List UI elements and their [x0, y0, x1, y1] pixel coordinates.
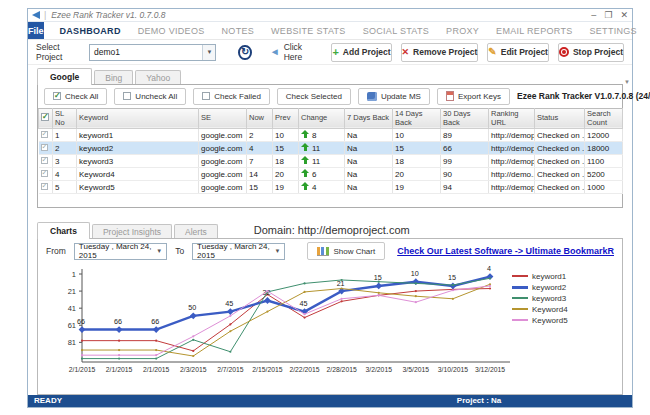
check-selected-button[interactable]: Check Selected: [277, 88, 351, 105]
project-select[interactable]: demo1 ▼: [89, 44, 216, 61]
checkbox-icon[interactable]: [41, 157, 48, 164]
from-date-select[interactable]: Tuesday , March 24, 2015 ▼: [74, 243, 167, 260]
promo-link[interactable]: Check Our Latest Software -> Ultimate Bo…: [397, 246, 614, 256]
to-label: To: [175, 246, 184, 256]
cell-ranking-url: http://demop...: [489, 142, 535, 155]
menu-bar: File DASHBOARDDEMO VIDEOSNOTESWEBSITE ST…: [28, 22, 632, 40]
update-ms-button[interactable]: Update MS: [358, 88, 430, 105]
row-checkbox-cell[interactable]: [39, 142, 53, 155]
export-keys-label: Export Keys: [458, 92, 501, 101]
row-checkbox-cell[interactable]: [39, 155, 53, 168]
app-window: | Ezee Rank Tracker v1. 0.7.0.8 – ❐ ✕ Fi…: [27, 8, 633, 408]
column-header-30-days-back[interactable]: 30 Days Back: [441, 108, 489, 128]
cell-prev: 19: [273, 181, 299, 194]
tab-google[interactable]: Google: [37, 68, 92, 85]
from-label: From: [46, 246, 66, 256]
close-button[interactable]: ✕: [620, 11, 628, 20]
menu-item-notes[interactable]: NOTES: [222, 26, 255, 36]
cell-se: google.com: [199, 142, 247, 155]
column-header-keyword[interactable]: Keyword: [77, 108, 199, 128]
cell-change: 11: [299, 155, 345, 168]
select-all-header[interactable]: [39, 108, 53, 128]
checkbox-icon[interactable]: [41, 144, 48, 151]
titlebar-divider: |: [44, 10, 46, 20]
svg-text:10: 10: [411, 269, 419, 278]
up-arrow-icon: [301, 143, 310, 152]
tab-project-insights[interactable]: Project Insights: [92, 224, 172, 239]
menu-item-email-reports[interactable]: EMAIL REPORTS: [496, 26, 572, 36]
column-header-se[interactable]: SE: [199, 108, 247, 128]
legend-label: keyword3: [532, 294, 566, 303]
menu-item-website-stats[interactable]: WEBSITE STATS: [271, 26, 346, 36]
show-chart-button[interactable]: Show Chart: [307, 242, 385, 260]
column-header-status[interactable]: Status: [535, 108, 585, 128]
up-arrow-icon: [301, 156, 310, 165]
cell-sl-no: 2: [53, 142, 77, 155]
cell-se: google.com: [199, 168, 247, 181]
chart-icon: [317, 247, 329, 256]
chevron-down-icon: ▼: [156, 248, 162, 254]
cell-keyword: Keyword4: [77, 168, 199, 181]
check-all-button[interactable]: Check All: [44, 88, 107, 105]
export-keys-button[interactable]: Export Keys: [437, 88, 510, 105]
check-failed-button[interactable]: Check Failed: [193, 88, 270, 105]
checkbox-icon[interactable]: [41, 131, 48, 138]
menu-item-dashboard[interactable]: DASHBOARD: [60, 26, 121, 36]
cell-14-days-back: 10: [393, 129, 441, 142]
cell-14-days-back: 19: [393, 181, 441, 194]
column-header-sl-no[interactable]: SL No: [53, 108, 77, 128]
up-arrow-icon: [301, 130, 310, 139]
click-here-hint[interactable]: ◄ Click Here: [270, 42, 316, 62]
row-checkbox-cell[interactable]: [39, 129, 53, 142]
maximize-button[interactable]: ❐: [604, 11, 612, 20]
checkbox-icon[interactable]: [41, 170, 48, 177]
row-checkbox-cell[interactable]: [39, 181, 53, 194]
check-all-label: Check All: [65, 92, 98, 101]
to-date-select[interactable]: Tuesday , March 24, 2015 ▼: [192, 243, 285, 260]
table-row[interactable]: 1keyword1google.com2108Na1089http://demo…: [39, 129, 623, 142]
remove-project-button[interactable]: ✕Remove Project: [401, 43, 479, 62]
menu-item-settings[interactable]: SETTINGS: [590, 26, 637, 36]
svg-text:3/2/2015: 3/2/2015: [365, 366, 392, 373]
column-header-7-days-back[interactable]: 7 Days Back: [345, 108, 393, 128]
stop-icon: [559, 47, 569, 57]
column-header-now[interactable]: Now: [247, 108, 273, 128]
tab-yahoo[interactable]: Yahoo: [135, 70, 181, 85]
cell-30-days-back: 66: [441, 142, 489, 155]
cell-7-days-back: Na: [345, 129, 393, 142]
tab-bing[interactable]: Bing: [94, 70, 133, 85]
row-checkbox-cell[interactable]: [39, 168, 53, 181]
cell-ranking-url: http://demop...: [489, 129, 535, 142]
file-menu-button[interactable]: File: [28, 22, 44, 39]
tab-charts[interactable]: Charts: [37, 222, 90, 239]
table-row[interactable]: 2keyword2google.com41511Na1566http://dem…: [39, 142, 623, 155]
menu-item-proxy[interactable]: PROXY: [446, 26, 479, 36]
cell-30-days-back: 94: [441, 181, 489, 194]
edit-project-button[interactable]: ✎Edit Project: [487, 43, 549, 62]
toolbar-overflow-icon[interactable]: ▼: [624, 79, 630, 85]
column-header-14-days-back[interactable]: 14 Days Back: [393, 108, 441, 128]
menu-item-social-stats[interactable]: SOCIAL STATS: [363, 26, 429, 36]
svg-text:2/1/2015: 2/1/2015: [106, 366, 133, 373]
table-row[interactable]: 5Keyword5google.com15194Na1994http://dem…: [39, 181, 623, 194]
column-header-prev[interactable]: Prev: [273, 108, 299, 128]
cell-change: 11: [299, 142, 345, 155]
tab-alerts[interactable]: Alerts: [174, 224, 218, 239]
minimize-button[interactable]: –: [591, 11, 596, 20]
table-row[interactable]: 4Keyword4google.com14206Na2090http://dem…: [39, 168, 623, 181]
column-header-search-count[interactable]: Search Count: [585, 108, 623, 128]
refresh-icon[interactable]: [238, 45, 251, 60]
menu-item-demo-videos[interactable]: DEMO VIDEOS: [138, 26, 205, 36]
checkbox-icon[interactable]: [41, 183, 48, 190]
add-project-button[interactable]: +Add Project: [331, 43, 391, 62]
uncheck-all-button[interactable]: Uncheck All: [114, 88, 186, 105]
svg-text:41: 41: [68, 304, 76, 313]
column-header-ranking-url[interactable]: Ranking URL: [489, 108, 535, 128]
stop-project-button[interactable]: Stop Project: [558, 43, 624, 62]
update-ms-label: Update MS: [381, 92, 421, 101]
bottom-tabs: ChartsProject InsightsAlerts: [37, 221, 220, 238]
column-header-change[interactable]: Change: [299, 108, 345, 128]
status-bar: READY Project : Na: [28, 395, 632, 407]
table-row[interactable]: 3keyword3google.com71811Na1899http://dem…: [39, 155, 623, 168]
legend-label: Keyword4: [532, 305, 568, 314]
